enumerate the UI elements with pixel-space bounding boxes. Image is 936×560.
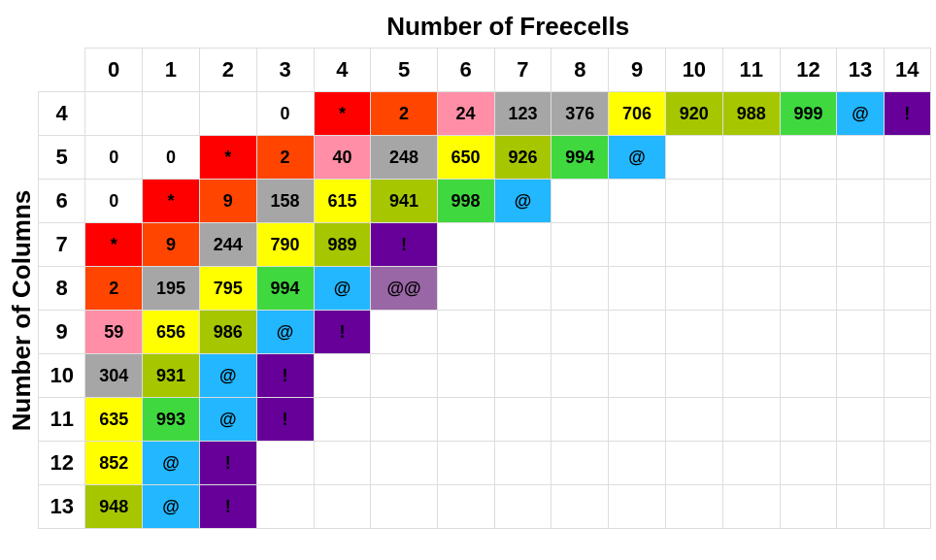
data-cell	[494, 398, 552, 442]
data-cell	[780, 485, 837, 529]
x-axis-title: Number of Freecells	[85, 5, 931, 49]
data-cell	[837, 311, 884, 354]
data-cell: 994	[552, 136, 609, 180]
data-cell	[552, 311, 609, 354]
row-header: 7	[39, 223, 85, 267]
data-cell: 2	[85, 267, 143, 311]
data-cell	[665, 180, 722, 223]
data-cell: 59	[85, 311, 143, 354]
row-header: 11	[39, 398, 85, 442]
data-cell	[884, 311, 930, 354]
data-cell: 304	[85, 354, 143, 398]
data-cell: @@	[371, 267, 437, 311]
data-cell: 650	[437, 136, 494, 180]
data-cell	[552, 223, 609, 267]
data-cell	[837, 485, 884, 529]
data-cell: 993	[143, 398, 200, 442]
data-cell	[722, 180, 780, 223]
col-header: 3	[256, 49, 314, 92]
data-cell: !	[256, 398, 314, 442]
data-cell	[837, 442, 884, 485]
data-cell	[884, 223, 930, 267]
data-cell	[665, 223, 722, 267]
data-cell: *	[143, 180, 200, 223]
table-row: 11635993@!	[5, 398, 931, 442]
data-cell: 0	[85, 136, 143, 180]
data-cell	[256, 442, 314, 485]
data-cell	[371, 485, 437, 529]
data-cell	[494, 267, 552, 311]
data-cell	[552, 398, 609, 442]
data-cell	[665, 136, 722, 180]
data-cell	[609, 485, 666, 529]
data-cell: @	[143, 442, 200, 485]
data-cell	[437, 311, 494, 354]
data-cell	[314, 485, 371, 529]
data-cell: 24	[437, 92, 494, 136]
data-cell	[722, 223, 780, 267]
data-cell	[780, 311, 837, 354]
col-header: 0	[85, 49, 143, 92]
data-cell: 123	[494, 92, 552, 136]
data-cell	[837, 354, 884, 398]
data-cell	[494, 311, 552, 354]
data-cell: *	[199, 136, 256, 180]
data-cell	[437, 223, 494, 267]
data-cell	[314, 354, 371, 398]
data-cell: 2	[371, 92, 437, 136]
data-cell	[371, 398, 437, 442]
data-cell: 941	[371, 180, 437, 223]
table-row: Number of Columns40*22412337670692098899…	[5, 92, 931, 136]
data-cell	[884, 267, 930, 311]
data-cell	[665, 354, 722, 398]
col-header: 14	[884, 49, 930, 92]
data-cell	[371, 442, 437, 485]
data-cell	[437, 267, 494, 311]
data-cell: !	[371, 223, 437, 267]
data-cell: 790	[256, 223, 314, 267]
data-cell	[609, 398, 666, 442]
data-cell: !	[314, 311, 371, 354]
data-cell	[780, 442, 837, 485]
row-header: 10	[39, 354, 85, 398]
data-cell: 926	[494, 136, 552, 180]
data-cell: 931	[143, 354, 200, 398]
data-cell	[494, 223, 552, 267]
col-header: 5	[371, 49, 437, 92]
col-header: 6	[437, 49, 494, 92]
data-cell	[314, 398, 371, 442]
data-cell: 9	[143, 223, 200, 267]
data-cell: 852	[85, 442, 143, 485]
row-header: 9	[39, 311, 85, 354]
data-cell	[552, 485, 609, 529]
col-header: 2	[199, 49, 256, 92]
data-cell	[199, 92, 256, 136]
data-cell: @	[494, 180, 552, 223]
data-cell	[884, 442, 930, 485]
data-cell	[780, 223, 837, 267]
data-cell	[837, 398, 884, 442]
data-cell: @	[143, 485, 200, 529]
data-cell	[837, 223, 884, 267]
data-cell	[609, 267, 666, 311]
data-cell	[552, 267, 609, 311]
data-cell	[437, 398, 494, 442]
data-cell: 635	[85, 398, 143, 442]
data-cell	[609, 223, 666, 267]
data-cell	[780, 136, 837, 180]
data-cell: 988	[722, 92, 780, 136]
data-cell	[371, 311, 437, 354]
data-cell: 248	[371, 136, 437, 180]
data-cell	[552, 354, 609, 398]
data-cell	[609, 354, 666, 398]
data-cell	[722, 398, 780, 442]
data-cell: 158	[256, 180, 314, 223]
row-header: 13	[39, 485, 85, 529]
data-cell	[552, 180, 609, 223]
data-cell: @	[314, 267, 371, 311]
data-cell	[609, 311, 666, 354]
data-cell	[437, 485, 494, 529]
data-cell: @	[199, 398, 256, 442]
data-cell	[609, 442, 666, 485]
col-header: 13	[837, 49, 884, 92]
